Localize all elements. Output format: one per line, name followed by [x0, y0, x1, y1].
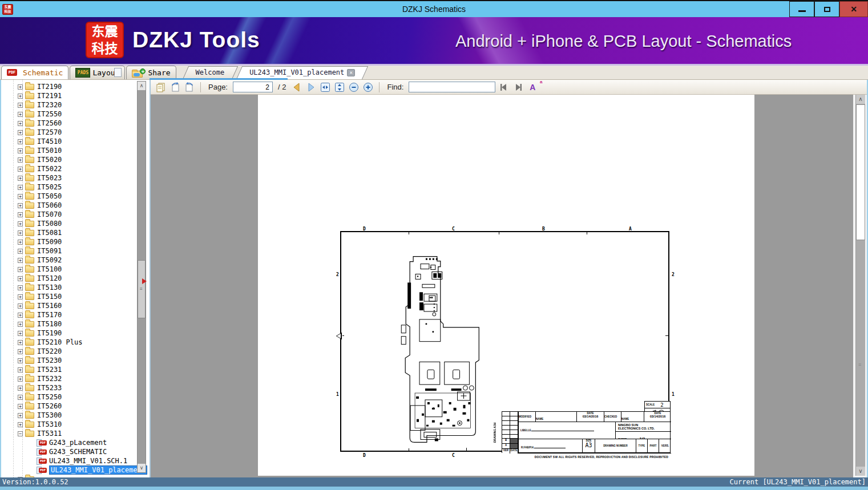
expand-toggle-icon[interactable]: +	[18, 422, 23, 427]
doc-tab-close-icon[interactable]: ✕	[347, 69, 355, 76]
tree-folder-item[interactable]: +IT5081	[1, 228, 136, 237]
tree-folder-item[interactable]: +IT5190	[1, 329, 136, 338]
expand-toggle-icon[interactable]: +	[18, 148, 23, 153]
rotate-right-icon[interactable]	[184, 82, 195, 93]
tree-folder-item[interactable]: +IT5210 Plus	[1, 338, 136, 347]
scroll-down-icon[interactable]: ∨	[138, 464, 146, 472]
doc-tab-placement[interactable]: UL243_MMI_V01_placement ✕	[237, 66, 368, 79]
expand-toggle-icon[interactable]: +	[18, 139, 23, 144]
tree-scrollbar-thumb[interactable]: ≡	[138, 260, 146, 318]
rotate-left-icon[interactable]	[169, 82, 181, 93]
expand-toggle-icon[interactable]: +	[18, 157, 23, 163]
tree-file-item[interactable]: PDFG243_SCHEMATIC	[1, 447, 136, 456]
expand-toggle-icon[interactable]: +	[18, 294, 23, 299]
tree-file-item[interactable]: PDFUL243_MMI_V01.SCH.1	[1, 456, 136, 465]
expand-toggle-icon[interactable]: +	[18, 322, 23, 327]
find-input[interactable]	[409, 82, 495, 92]
tree-folder-item[interactable]: +IT5060	[1, 201, 136, 210]
tree-folder-item[interactable]: +IT2570	[1, 128, 136, 137]
expand-toggle-icon[interactable]: +	[18, 395, 23, 400]
tree-folder-item[interactable]: +IT5232	[1, 374, 136, 383]
tree-folder-item[interactable]: +IT5300	[1, 411, 136, 420]
doc-tab-welcome[interactable]: Welcome	[183, 66, 237, 79]
expand-toggle-icon[interactable]: +	[18, 103, 23, 108]
tree-folder-item[interactable]: +IT5233	[1, 383, 136, 392]
expand-toggle-icon[interactable]: +	[18, 167, 23, 172]
expand-toggle-icon[interactable]: +	[18, 130, 23, 135]
expand-toggle-icon[interactable]: +	[18, 349, 23, 354]
expand-toggle-icon[interactable]: +	[18, 212, 23, 217]
zoom-in-icon[interactable]	[362, 82, 374, 93]
tree-folder-item[interactable]: +IT5100	[1, 265, 136, 274]
tree-folder-item[interactable]: +IT2191	[1, 91, 136, 100]
pdf-scrollbar-thumb[interactable]	[856, 104, 865, 240]
expand-toggle-icon[interactable]: +	[18, 477, 23, 478]
tab-schematic[interactable]: PDF Schematic	[1, 66, 68, 79]
tree-folder-item[interactable]: +IT5160	[1, 301, 136, 310]
expand-toggle-icon[interactable]: +	[18, 221, 23, 226]
expand-toggle-icon[interactable]: +	[18, 240, 23, 245]
tree-folder-item[interactable]: +IT5091	[1, 246, 136, 256]
tree-folder-item[interactable]: +IT5090	[1, 237, 136, 246]
tree-folder-item[interactable]: +IT5070	[1, 210, 136, 219]
tree-folder-item[interactable]: +IT5025	[1, 183, 136, 192]
minimize-button[interactable]	[789, 1, 814, 17]
tree-scrollbar[interactable]: ∧ ≡ ∨	[137, 81, 146, 473]
tree-folder-item[interactable]: −IT5311	[1, 429, 136, 438]
tree-file-item[interactable]: PDFG243_pLacement	[1, 438, 136, 447]
expand-toggle-icon[interactable]: +	[18, 94, 23, 99]
tree-folder-item[interactable]: +IT5180	[1, 319, 136, 329]
expand-toggle-icon[interactable]: +	[18, 340, 23, 345]
collapse-toggle-icon[interactable]: −	[18, 431, 23, 436]
expand-toggle-icon[interactable]: +	[18, 258, 23, 263]
expand-toggle-icon[interactable]: +	[18, 112, 23, 117]
expand-toggle-icon[interactable]: +	[18, 285, 23, 290]
expand-toggle-icon[interactable]: +	[18, 267, 23, 272]
tree-folder-item[interactable]: +IT5080	[1, 219, 136, 228]
expand-toggle-icon[interactable]: +	[18, 194, 23, 199]
expand-toggle-icon[interactable]: +	[18, 331, 23, 336]
tree-folder-item[interactable]: +IT5230	[1, 356, 136, 365]
tree-folder-item[interactable]: +IT2560	[1, 119, 136, 128]
expand-toggle-icon[interactable]: +	[18, 413, 23, 418]
tree-folder-item-partial[interactable]: +	[1, 475, 136, 477]
fit-width-icon[interactable]	[320, 82, 331, 93]
tree-folder-item[interactable]: +IT5310	[1, 420, 136, 429]
tree-folder-item[interactable]: +IT5010	[1, 146, 136, 155]
tree-folder-item[interactable]: +IT5250	[1, 392, 136, 402]
tree-folder-item[interactable]: +IT5120	[1, 274, 136, 283]
find-next-icon[interactable]	[512, 82, 524, 93]
tree-folder-item[interactable]: +IT5130	[1, 283, 136, 292]
expand-toggle-icon[interactable]: +	[18, 176, 23, 181]
find-previous-icon[interactable]	[498, 82, 510, 93]
expand-toggle-icon[interactable]: +	[18, 367, 23, 372]
expand-toggle-icon[interactable]: +	[18, 303, 23, 309]
tree-folder-item[interactable]: +IT5231	[1, 365, 136, 374]
expand-toggle-icon[interactable]: +	[18, 249, 23, 254]
tree-folder-item[interactable]: +IT5020	[1, 155, 136, 164]
expand-toggle-icon[interactable]: +	[18, 185, 23, 190]
scroll-up-icon[interactable]: ∧	[138, 82, 146, 90]
expand-toggle-icon[interactable]: +	[18, 121, 23, 126]
tree-folder-item[interactable]: +IT2550	[1, 110, 136, 119]
zoom-out-icon[interactable]	[348, 82, 360, 93]
match-case-icon[interactable]: Aa	[527, 82, 538, 93]
page-number-input[interactable]	[233, 82, 273, 92]
scroll-up-icon[interactable]: ∧	[856, 95, 865, 104]
tree-file-item[interactable]: PDFUL243_MMI_V01_placement	[1, 465, 136, 475]
tree-folder-item[interactable]: +IT5260	[1, 402, 136, 411]
pdf-page-view[interactable]: DCBA DC 21 21	[151, 95, 867, 477]
scroll-down-icon[interactable]: ∨	[856, 467, 865, 476]
tree-folder-item[interactable]: +IT2190	[1, 82, 136, 91]
expand-toggle-icon[interactable]: +	[18, 404, 23, 409]
tree-folder-item[interactable]: +IT5023	[1, 173, 136, 183]
tree-folder-item[interactable]: +IT5092	[1, 256, 136, 265]
expand-toggle-icon[interactable]: +	[18, 376, 23, 382]
tree-folder-item[interactable]: +IT5220	[1, 347, 136, 356]
tree-folder-item[interactable]: +IT5022	[1, 164, 136, 173]
panel-splitter-arrow-icon[interactable]	[142, 278, 150, 284]
pages-icon[interactable]	[155, 82, 167, 93]
expand-toggle-icon[interactable]: +	[18, 313, 23, 318]
expand-toggle-icon[interactable]: +	[18, 276, 23, 281]
tree-folder-item[interactable]: +IT2320	[1, 100, 136, 110]
